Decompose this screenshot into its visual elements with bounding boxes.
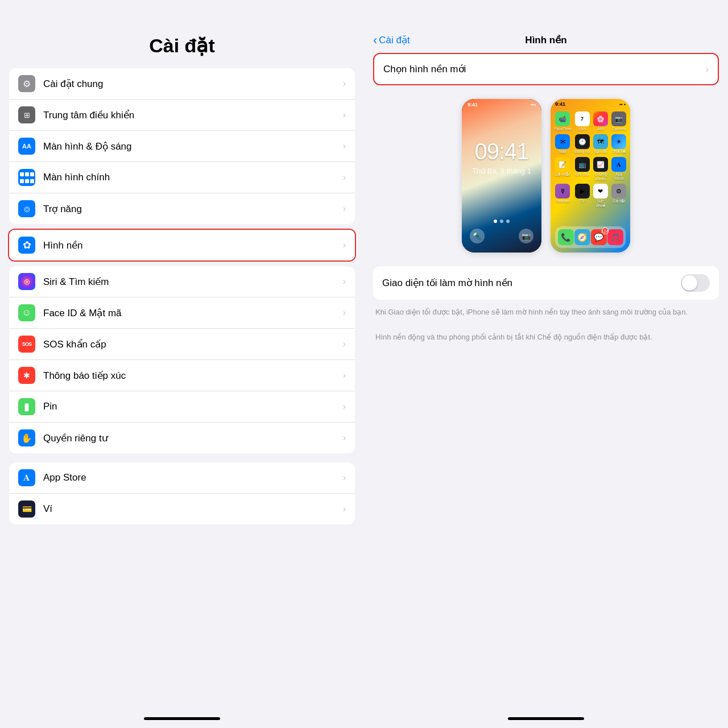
display-icon: AA	[18, 138, 35, 155]
appstore-icon: 𝐀	[18, 469, 35, 486]
settings-item-wallpaper[interactable]: ✿ Hình nền ›	[9, 230, 355, 260]
app-cell-photos: 🌸 Ảnh	[593, 111, 608, 131]
lock-signal: ▪▪▪	[530, 102, 536, 107]
home-screen-icon	[18, 169, 35, 186]
toggle-label: Giao diện tối làm mờ hình nền	[382, 277, 681, 289]
app-weather-icon: ☀	[611, 134, 626, 149]
app-mail-label: Mail	[559, 150, 566, 154]
chevron-icon: ›	[343, 370, 346, 380]
settings-item-appstore[interactable]: 𝐀 App Store ›	[9, 462, 355, 494]
chevron-icon: ›	[343, 172, 346, 183]
contact-tracing-icon: ✱	[18, 367, 35, 384]
settings-item-contact[interactable]: ✱ Thông báo tiếp xúc ›	[9, 360, 355, 391]
divider	[373, 327, 719, 332]
app-camera-icon: 📷	[611, 111, 626, 126]
choose-wallpaper-chevron-icon: ›	[706, 64, 709, 75]
back-label: Cài đặt	[379, 34, 410, 46]
left-title: Cài đặt	[11, 34, 353, 57]
siri-icon: ◎	[18, 273, 35, 290]
home-dock: 📞 🧭 💬 124 🎵	[555, 226, 626, 248]
app-cell-camera: 📷 Camera	[611, 111, 627, 131]
app-facetime-label: FaceTime	[554, 127, 572, 131]
settings-item-general[interactable]: ⚙ Cài đặt chung ›	[9, 68, 355, 100]
app-cell-calendar: 7 Lịch	[574, 111, 590, 131]
settings-item-sos[interactable]: SOS SOS khẩn cấp ›	[9, 329, 355, 360]
app-mail-icon: ✉	[555, 134, 570, 149]
battery-icon: ▮	[18, 398, 35, 415]
app-cell-weather: ☀ Thời tiết	[611, 134, 627, 154]
app-settings-icon: ⚙	[611, 184, 626, 198]
item-label-contact: Thông báo tiếp xúc	[43, 370, 338, 382]
app-appletv-label: TV	[580, 199, 585, 203]
wallet-icon: 💳	[18, 500, 35, 518]
app-settings-label: Cài đặt	[613, 199, 625, 204]
app-cell-clock: 🕐 Đồng hồ	[574, 134, 590, 154]
settings-group-2: ◎ Siri & Tìm kiếm › ☺ Face ID & Mật mã ›…	[9, 266, 355, 453]
item-label-general: Cài đặt chung	[43, 78, 338, 90]
item-label-faceid: Face ID & Mật mã	[43, 307, 338, 319]
settings-item-control-center[interactable]: ⊞ Trung tâm điều khiển ›	[9, 100, 355, 131]
dock-music-icon: 🎵	[607, 229, 623, 245]
back-button[interactable]: ‹ Cài đặt	[373, 33, 410, 48]
settings-item-battery[interactable]: ▮ Pin ›	[9, 391, 355, 423]
chevron-icon: ›	[343, 504, 346, 514]
chevron-icon: ›	[343, 402, 346, 412]
app-weather-label: Thời tiết	[612, 150, 626, 154]
settings-item-accessibility[interactable]: ⌾ Trợ năng ›	[9, 193, 355, 224]
settings-item-privacy[interactable]: ✋ Quyền riêng tư ›	[9, 423, 355, 453]
item-label-sos: SOS khẩn cấp	[43, 338, 338, 350]
app-maps-icon: 🗺	[593, 134, 608, 149]
app-cell-podcasts: 🎙 Podcast	[554, 184, 572, 208]
app-cell-appletv: ▶ TV	[574, 184, 590, 208]
app-grid: 📹 FaceTime 7 Lịch 🌸 Ảnh 📷	[551, 109, 630, 210]
app-cell-health: ❤ Sức khoẻ	[593, 184, 608, 208]
settings-item-faceid[interactable]: ☺ Face ID & Mật mã ›	[9, 297, 355, 329]
chevron-icon: ›	[343, 110, 346, 120]
settings-item-home-screen[interactable]: Màn hình chính ›	[9, 162, 355, 193]
home-indicator-left	[0, 709, 364, 728]
app-photos-icon: 🌸	[593, 111, 608, 126]
dock-phone-icon: 📞	[558, 229, 574, 245]
home-signal-icons: ▪▪ ▪	[619, 102, 626, 107]
faceid-icon: ☺	[18, 304, 35, 321]
lock-camera-icon: 📷	[519, 229, 533, 243]
app-stocks-label: Chứng khoán	[593, 172, 608, 181]
chevron-icon: ›	[343, 204, 346, 214]
app-cell-appstore-home: 𝐀 App Store	[611, 157, 627, 181]
home-bar-left	[144, 717, 220, 720]
chevron-icon: ›	[343, 473, 346, 483]
choose-wallpaper-button[interactable]: Chọn hình nền mới ›	[373, 53, 719, 85]
settings-item-siri[interactable]: ◎ Siri & Tìm kiếm ›	[9, 266, 355, 297]
toggle-thumb	[682, 275, 697, 291]
chevron-icon: ›	[343, 141, 346, 151]
app-notes-icon: 📝	[555, 157, 570, 172]
privacy-icon: ✋	[18, 429, 35, 446]
dark-mode-toggle[interactable]	[681, 274, 710, 292]
wallpaper-preview: 9:41 ▪▪▪ 09:41 Thứ Ba, 9 tháng 1 🔦 📷	[373, 99, 719, 253]
item-label-accessibility: Trợ năng	[43, 203, 338, 215]
app-tv-label: Ghi chú	[575, 172, 589, 176]
chevron-icon: ›	[343, 433, 346, 443]
lock-status-bar: 9:41 ▪▪▪	[462, 99, 541, 110]
settings-item-display[interactable]: AA Màn hình & Độ sáng ›	[9, 131, 355, 162]
chevron-icon: ›	[343, 308, 346, 318]
choose-wallpaper-label: Chọn hình nền mới	[383, 63, 466, 75]
app-photos-label: Ảnh	[597, 127, 605, 131]
home-screen: 9:41 ▪▪ ▪ 📹 FaceTime 7 Lịch	[551, 99, 630, 253]
sos-icon: SOS	[18, 336, 35, 353]
dot	[500, 220, 503, 223]
app-cell-tv: 📺 Ghi chú	[574, 157, 590, 181]
item-label-privacy: Quyền riêng tư	[43, 432, 338, 444]
app-notes-label: Lời nhắc	[555, 172, 570, 177]
settings-item-wallet[interactable]: 💳 Ví ›	[9, 494, 355, 524]
app-health-icon: ❤	[593, 184, 608, 198]
app-cell-settings-home: ⚙ Cài đặt	[611, 184, 627, 208]
back-chevron-icon: ‹	[373, 33, 377, 48]
control-center-icon: ⊞	[18, 106, 35, 123]
home-screen-preview: 9:41 ▪▪ ▪ 📹 FaceTime 7 Lịch	[551, 99, 630, 253]
dot	[506, 220, 510, 223]
lock-screen-preview: 9:41 ▪▪▪ 09:41 Thứ Ba, 9 tháng 1 🔦 📷	[462, 99, 541, 253]
app-clock-label: Đồng hồ	[574, 150, 590, 154]
chevron-icon: ›	[343, 78, 346, 89]
app-maps-label: Bản đồ	[594, 150, 607, 154]
